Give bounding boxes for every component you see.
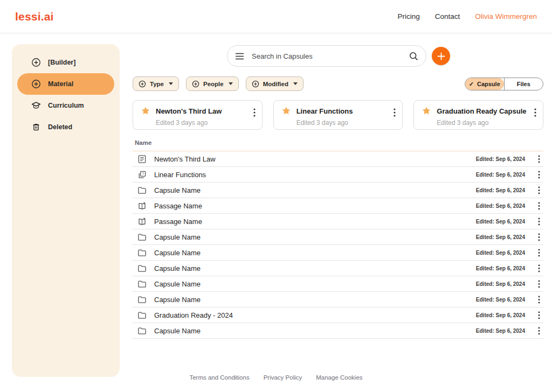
row-name: Capsule Name xyxy=(154,296,468,304)
menu-icon[interactable] xyxy=(235,53,244,60)
kebab-menu-icon[interactable] xyxy=(536,185,542,195)
sidebar-item-deleted[interactable]: Deleted xyxy=(17,116,114,138)
filter-type-button[interactable]: Type xyxy=(133,76,179,91)
row-name: Capsule Name xyxy=(154,280,468,288)
kebab-menu-icon[interactable] xyxy=(536,295,542,305)
toggle-label: Capsule xyxy=(477,81,500,87)
row-name: Capsule Name xyxy=(154,186,468,194)
card-title: Graduation Ready Capsule xyxy=(437,107,526,115)
filter-label: People xyxy=(203,81,224,87)
table-row[interactable]: Capsule Name Edited: Sep 6, 2024 xyxy=(133,292,543,307)
kebab-menu-icon[interactable] xyxy=(536,279,542,289)
table-row[interactable]: Capsule Name Edited: Sep 6, 2024 xyxy=(133,183,543,198)
pinned-cards: Newton's Third Law Edited 3 days ago Lin… xyxy=(133,100,543,130)
sidebar-item-label: Deleted xyxy=(48,123,72,131)
row-name: Capsule Name xyxy=(154,249,468,257)
kebab-menu-icon[interactable] xyxy=(536,170,542,180)
table-row[interactable]: Capsule Name Edited: Sep 6, 2024 xyxy=(133,261,543,276)
logo[interactable]: lessi.ai xyxy=(15,10,54,23)
table-row[interactable]: Capsule Name Edited: Sep 6, 2024 xyxy=(133,229,543,245)
nav-pricing[interactable]: Pricing xyxy=(397,12,419,20)
footer-privacy-link[interactable]: Privacy Policy xyxy=(264,374,302,381)
row-edited-date: Edited: Sep 6, 2024 xyxy=(476,312,525,318)
sidebar-item-curriculum[interactable]: Curriculum xyxy=(17,95,114,116)
filter-label: Type xyxy=(150,81,164,87)
toggle-capsule[interactable]: ✓ Capsule xyxy=(465,78,504,90)
row-name: Capsule Name xyxy=(154,327,468,335)
row-name: Capsule Name xyxy=(154,264,468,272)
table-row[interactable]: Passage Name Edited: Sep 6, 2024 xyxy=(133,214,543,229)
footer-cookies-link[interactable]: Manage Cookies xyxy=(316,374,362,381)
folder-icon xyxy=(137,248,147,257)
plus-circle-icon xyxy=(31,79,41,89)
column-header-name: Name xyxy=(133,139,543,151)
folder-icon xyxy=(137,279,147,289)
star-icon xyxy=(422,106,431,116)
table-row[interactable]: Capsule Name Edited: Sep 6, 2024 xyxy=(133,276,543,292)
plus-circle-icon xyxy=(139,80,146,88)
kebab-menu-icon[interactable] xyxy=(536,201,542,211)
table-row[interactable]: Capsule Name Edited: Sep 6, 2024 xyxy=(133,323,543,339)
kebab-menu-icon[interactable] xyxy=(536,263,542,274)
kebab-menu-icon[interactable] xyxy=(391,107,398,118)
chevron-down-icon xyxy=(293,82,298,85)
card-subtitle: Edited 3 days ago xyxy=(156,119,256,127)
sidebar: [Builder] Material Curriculum Deleted xyxy=(12,44,120,377)
kebab-menu-icon[interactable] xyxy=(532,107,539,118)
capsule-card[interactable]: Graduation Ready Capsule Edited 3 days a… xyxy=(413,100,543,130)
row-name: Newton's Third Law xyxy=(154,155,468,163)
add-button[interactable] xyxy=(432,47,450,65)
sidebar-item-builder[interactable]: [Builder] xyxy=(17,52,114,73)
filter-label: Modified xyxy=(263,81,288,87)
quiz-icon: ? xyxy=(137,170,147,179)
kebab-menu-icon[interactable] xyxy=(251,107,258,118)
check-icon: ✓ xyxy=(469,81,474,88)
passage-icon xyxy=(137,216,147,226)
view-toggle: ✓ Capsule Files xyxy=(465,78,543,90)
row-name: Graduation Ready - 2024 xyxy=(154,311,468,319)
kebab-menu-icon[interactable] xyxy=(536,154,542,164)
toggle-files[interactable]: Files xyxy=(504,78,543,90)
plus-circle-icon xyxy=(192,80,199,88)
trash-icon xyxy=(31,122,41,132)
filter-modified-button[interactable]: Modified xyxy=(246,76,303,91)
sidebar-item-label: Material xyxy=(48,80,73,88)
card-title: Linear Functions xyxy=(296,107,353,115)
kebab-menu-icon[interactable] xyxy=(536,310,542,320)
table-row[interactable]: Capsule Name Edited: Sep 6, 2024 xyxy=(133,245,543,261)
row-name: Capsule Name xyxy=(154,233,468,241)
folder-icon xyxy=(137,310,147,320)
nav-contact[interactable]: Contact xyxy=(435,12,460,20)
kebab-menu-icon[interactable] xyxy=(536,232,542,242)
footer-terms-link[interactable]: Terms and Conditions xyxy=(189,374,249,381)
card-subtitle: Edited 3 days ago xyxy=(437,119,536,127)
table-row[interactable]: ? Linear Functions Edited: Sep 6, 2024 xyxy=(133,167,543,183)
capsule-card[interactable]: Linear Functions Edited 3 days ago xyxy=(273,100,403,130)
row-edited-date: Edited: Sep 6, 2024 xyxy=(476,203,525,209)
filter-bar: Type People Modified xyxy=(133,76,303,91)
table-row[interactable]: Graduation Ready - 2024 Edited: Sep 6, 2… xyxy=(133,307,543,323)
filter-people-button[interactable]: People xyxy=(186,76,239,91)
row-name: Linear Functions xyxy=(154,171,468,179)
sidebar-item-material[interactable]: Material xyxy=(17,73,114,95)
search-bar xyxy=(227,45,426,67)
folder-icon xyxy=(137,295,147,304)
kebab-menu-icon[interactable] xyxy=(536,248,542,258)
sidebar-item-label: [Builder] xyxy=(48,59,75,66)
kebab-menu-icon[interactable] xyxy=(536,326,542,336)
table-row[interactable]: Passage Name Edited: Sep 6, 2024 xyxy=(133,198,543,214)
row-edited-date: Edited: Sep 6, 2024 xyxy=(476,250,525,256)
search-icon[interactable] xyxy=(409,52,418,61)
row-edited-date: Edited: Sep 6, 2024 xyxy=(476,219,525,225)
folder-icon xyxy=(137,232,147,242)
kebab-menu-icon[interactable] xyxy=(536,216,542,227)
article-icon xyxy=(137,154,147,164)
table-row[interactable]: Newton's Third Law Edited: Sep 6, 2024 xyxy=(133,151,543,167)
graduation-cap-icon xyxy=(31,101,41,110)
nav-account[interactable]: Olivia Wimmergren xyxy=(475,12,537,20)
file-table: Name Newton's Third Law Edited: Sep 6, 2… xyxy=(133,139,543,339)
row-edited-date: Edited: Sep 6, 2024 xyxy=(476,156,525,162)
toggle-label: Files xyxy=(517,81,530,87)
capsule-card[interactable]: Newton's Third Law Edited 3 days ago xyxy=(133,100,263,130)
search-input[interactable] xyxy=(252,52,402,60)
